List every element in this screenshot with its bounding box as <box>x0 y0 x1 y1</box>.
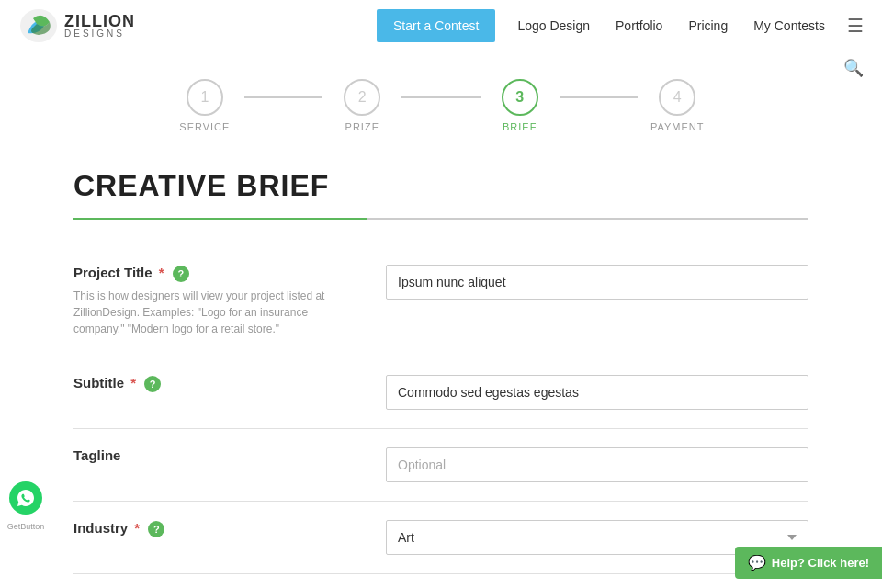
step-payment: 4 PAYMENT <box>638 79 717 132</box>
step-label-brief: BRIEF <box>503 121 537 132</box>
project-title-required: * <box>155 265 164 280</box>
subtitle-label-area: Subtitle * ? <box>74 375 349 392</box>
industry-label: Industry * ? <box>74 520 164 536</box>
industry-label-area: Industry * ? <box>74 520 349 537</box>
form-row-details: Details Nunc aliquet bibendum enim facil… <box>74 574 808 588</box>
tagline-input[interactable] <box>386 447 808 482</box>
industry-help-icon[interactable]: ? <box>148 521 164 537</box>
nav-logo-design[interactable]: Logo Design <box>504 11 603 40</box>
subtitle-required: * <box>127 375 136 390</box>
header: ZILLION DESIGNS Start a Contest Logo Des… <box>0 0 882 51</box>
step-brief: 3 BRIEF <box>481 79 560 132</box>
start-contest-button[interactable]: Start a Contest <box>377 9 495 42</box>
chat-icon: 💬 <box>748 554 766 571</box>
help-button[interactable]: 💬 Help? Click here! <box>735 547 882 579</box>
step-circle-2: 2 <box>344 79 380 116</box>
project-title-help-icon[interactable]: ? <box>173 266 189 282</box>
nav-pricing[interactable]: Pricing <box>675 11 741 40</box>
step-circle-3: 3 <box>502 79 538 116</box>
help-button-label: Help? Click here! <box>772 556 869 570</box>
form-row-subtitle: Subtitle * ? <box>74 356 808 429</box>
step-connector-3-4 <box>560 96 639 98</box>
subtitle-label: Subtitle * ? <box>74 375 161 390</box>
industry-required: * <box>130 520 140 536</box>
main-content: CREATIVE BRIEF Project Title * ? This is… <box>0 151 882 588</box>
step-circle-4: 4 <box>659 79 695 116</box>
logo-icon <box>18 7 59 44</box>
step-label-prize: PRIZE <box>345 121 379 132</box>
step-service: 1 SERVICE <box>165 79 244 132</box>
tagline-label: Tagline <box>74 447 120 463</box>
stepper: 1 SERVICE 2 PRIZE 3 BRIEF 4 PAYMENT <box>165 79 717 132</box>
subtitle-help-icon[interactable]: ? <box>144 376 161 392</box>
project-title-input-area <box>386 265 808 300</box>
nav-my-contests[interactable]: My Contests <box>741 11 838 40</box>
logo-designs: DESIGNS <box>64 29 135 39</box>
whatsapp-button[interactable] <box>9 481 42 514</box>
hamburger-menu-icon[interactable]: ☰ <box>847 15 864 37</box>
nav-links: Start a Contest Logo Design Portfolio Pr… <box>377 9 864 42</box>
logo-text-area: ZILLION DESIGNS <box>64 13 135 39</box>
subtitle-input[interactable] <box>386 375 808 410</box>
title-underline <box>74 218 808 220</box>
step-label-service: SERVICE <box>179 121 230 132</box>
tagline-input-area <box>386 447 808 482</box>
project-title-input[interactable] <box>386 265 808 300</box>
whatsapp-icon <box>17 489 35 507</box>
industry-label-text: Industry <box>74 520 128 536</box>
logo-area: ZILLION DESIGNS <box>18 7 135 44</box>
tagline-label-area: Tagline <box>74 447 349 463</box>
project-title-label-area: Project Title * ? This is how designers … <box>74 265 349 337</box>
getbutton-label: GetButton <box>0 522 51 531</box>
form-row-industry: Industry * ? Art Technology Fashion Fina… <box>74 502 808 574</box>
subtitle-label-text: Subtitle <box>74 375 124 390</box>
step-label-payment: PAYMENT <box>650 121 705 132</box>
step-prize: 2 PRIZE <box>322 79 401 132</box>
project-title-label-text: Project Title <box>74 265 153 280</box>
project-title-label: Project Title * ? <box>74 265 189 280</box>
step-connector-1-2 <box>244 96 323 98</box>
project-title-hint: This is how designers will view your pro… <box>74 288 349 337</box>
subtitle-input-area <box>386 375 808 410</box>
form-row-project-title: Project Title * ? This is how designers … <box>74 246 808 356</box>
logo-zillion: ZILLION <box>64 13 135 29</box>
nav-portfolio[interactable]: Portfolio <box>603 11 675 40</box>
step-connector-2-3 <box>401 96 481 98</box>
step-circle-1: 1 <box>187 79 223 116</box>
form-row-tagline: Tagline <box>74 429 808 502</box>
stepper-container: 1 SERVICE 2 PRIZE 3 BRIEF 4 PAYMENT <box>0 51 882 151</box>
page-title: CREATIVE BRIEF <box>74 169 808 203</box>
